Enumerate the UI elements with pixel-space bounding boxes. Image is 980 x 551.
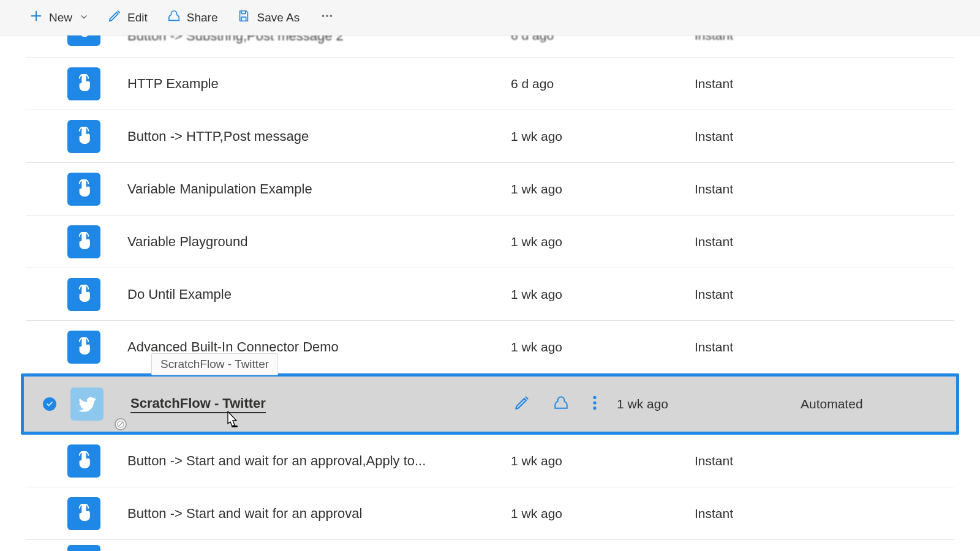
flow-row[interactable]: Button -> Substring,Post message 2 6 d a… xyxy=(26,36,954,58)
edit-row-button[interactable] xyxy=(514,395,530,413)
flow-name-link[interactable]: Variable Manipulation Example xyxy=(127,181,312,197)
selection-toggle[interactable] xyxy=(29,397,70,411)
modified-cell: 1 wk ago xyxy=(511,182,695,197)
svg-point-0 xyxy=(322,15,325,17)
pencil-icon xyxy=(108,9,121,26)
mouse-cursor-icon xyxy=(226,411,239,429)
more-commands-button[interactable] xyxy=(319,9,335,26)
new-button[interactable]: New xyxy=(29,9,88,26)
svg-point-25 xyxy=(593,401,596,404)
modified-cell: 1 wk ago xyxy=(511,287,695,302)
type-cell: Instant xyxy=(695,36,954,43)
flow-name-cell: Do Until Example xyxy=(100,287,511,302)
modified-cell: 1 wk ago xyxy=(511,234,695,249)
flow-name-cell: Advanced Built-In Connector Demo xyxy=(100,339,511,355)
share-label: Share xyxy=(187,11,218,24)
edit-button[interactable]: Edit xyxy=(108,9,148,26)
flow-name-tooltip: ScratchFlow - Twitter xyxy=(151,353,278,375)
svg-rect-28 xyxy=(232,425,238,427)
twitter-icon xyxy=(70,388,104,421)
type-cell: Instant xyxy=(695,182,954,197)
modified-cell: 6 d ago xyxy=(511,36,695,43)
modified-cell: 1 wk ago xyxy=(511,454,695,468)
selected-radio-icon xyxy=(43,397,56,411)
flow-disabled-icon xyxy=(115,418,127,430)
flow-row[interactable]: Variable Playground 1 wk agoInstant xyxy=(26,216,954,268)
flow-name-link[interactable]: HTTP Example xyxy=(127,76,219,92)
flow-row[interactable]: Button -> Start and wait for an approval… xyxy=(26,487,954,540)
flow-name-cell: Button -> Substring,Post message 2 xyxy=(100,36,511,44)
flow-name-cell: Button -> HTTP,Post message xyxy=(100,129,511,144)
flow-name-link[interactable]: Do Until Example xyxy=(127,287,232,302)
chevron-down-icon xyxy=(78,11,88,24)
flow-row[interactable]: Do Until Example 1 wk agoInstant xyxy=(26,268,954,321)
new-label: New xyxy=(49,11,72,24)
flow-name-cell: Button -> Start and wait for an approval… xyxy=(100,453,511,469)
flow-row[interactable]: Variable Manipulation Example 1 wk agoIn… xyxy=(26,163,954,216)
flow-row[interactable]: ScratchFlow - Twitter 1 wk agoAutomatedS… xyxy=(21,373,959,435)
flow-name-cell: Variable Playground xyxy=(100,234,511,250)
manual-trigger-icon xyxy=(67,444,100,478)
flow-name-link[interactable]: Button -> HTTP,Post message xyxy=(127,129,309,144)
flow-list: Button -> Substring,Post message 2 6 d a… xyxy=(26,36,954,540)
share-row-button[interactable] xyxy=(553,395,569,413)
manual-trigger-icon xyxy=(67,120,100,153)
flow-row[interactable]: Button -> HTTP,Post message 1 wk agoInst… xyxy=(26,110,954,163)
modified-cell: 1 wk ago xyxy=(511,340,695,354)
flow-row[interactable]: HTTP Example 6 d agoInstant xyxy=(26,58,954,110)
save-as-button[interactable]: Save As xyxy=(237,9,300,26)
flow-icon xyxy=(67,545,100,551)
type-cell: Instant xyxy=(695,234,954,249)
manual-trigger-icon xyxy=(67,497,100,530)
type-cell: Instant xyxy=(695,506,954,521)
share-icon xyxy=(167,9,181,26)
manual-trigger-icon xyxy=(67,36,100,46)
svg-point-26 xyxy=(593,407,596,410)
flow-name-cell: Variable Manipulation Example xyxy=(100,181,511,197)
save-as-icon xyxy=(237,9,251,26)
manual-trigger-icon xyxy=(67,67,100,100)
type-cell: Automated xyxy=(801,397,951,411)
flow-name-link[interactable]: Advanced Built-In Connector Demo xyxy=(127,339,339,355)
save-as-label: Save As xyxy=(257,11,300,24)
modified-cell: 6 d ago xyxy=(511,77,695,91)
svg-point-24 xyxy=(593,396,596,399)
modified-cell: 1 wk ago xyxy=(511,129,695,144)
row-actions xyxy=(514,395,597,413)
ellipsis-icon xyxy=(319,9,335,26)
type-cell: Instant xyxy=(695,129,954,144)
command-bar: New Edit Share Save As xyxy=(0,0,980,36)
flow-name-link[interactable]: Button -> Start and wait for an approval… xyxy=(127,453,426,469)
manual-trigger-icon xyxy=(67,225,100,258)
share-button[interactable]: Share xyxy=(167,9,218,26)
flow-name-cell: Button -> Start and wait for an approval xyxy=(100,506,511,522)
type-cell: Instant xyxy=(695,340,954,354)
flow-name-link[interactable]: Button -> Start and wait for an approval xyxy=(127,506,362,522)
flow-name-link[interactable]: ScratchFlow - Twitter xyxy=(130,395,266,413)
svg-point-1 xyxy=(326,15,328,17)
flow-list-container: Button -> Substring,Post message 2 6 d a… xyxy=(0,36,980,551)
flow-name-cell: ScratchFlow - Twitter xyxy=(104,395,514,413)
manual-trigger-icon xyxy=(67,173,100,206)
flow-name-link[interactable]: Button -> Substring,Post message 2 xyxy=(127,36,344,44)
flow-row[interactable]: Button -> Start and wait for an approval… xyxy=(26,435,954,487)
type-cell: Instant xyxy=(695,77,954,91)
manual-trigger-icon xyxy=(67,278,100,311)
plus-icon xyxy=(29,9,43,26)
edit-label: Edit xyxy=(127,11,148,24)
type-cell: Instant xyxy=(695,454,954,468)
row-more-button[interactable] xyxy=(592,395,597,413)
flow-name-link[interactable]: Variable Playground xyxy=(127,234,248,250)
flow-name-cell: HTTP Example xyxy=(100,76,511,92)
manual-trigger-icon xyxy=(67,331,100,364)
svg-point-2 xyxy=(330,15,333,17)
modified-cell: 1 wk ago xyxy=(617,397,801,411)
type-cell: Instant xyxy=(695,287,954,302)
modified-cell: 1 wk ago xyxy=(511,506,695,521)
